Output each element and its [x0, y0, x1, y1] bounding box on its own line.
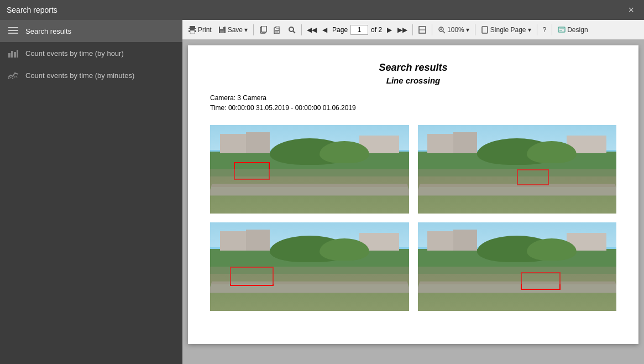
separator-1 — [253, 24, 254, 35]
report-image-3 — [210, 222, 409, 311]
trees-6 — [320, 238, 369, 261]
sidebar: Search results Count events by time (by … — [0, 20, 182, 364]
report-subtitle: Line crossing — [210, 76, 616, 85]
svg-rect-6 — [17, 50, 18, 58]
paste-icon — [274, 26, 281, 34]
report-title: Search results — [210, 62, 616, 74]
sidebar-item-label: Search results — [25, 27, 71, 35]
svg-rect-11 — [195, 29, 196, 30]
building-8 — [246, 230, 270, 251]
copy-page-button[interactable] — [256, 25, 270, 35]
svg-point-22 — [289, 27, 294, 32]
design-button[interactable]: Design — [555, 25, 590, 35]
separator-2 — [301, 24, 302, 35]
svg-rect-20 — [275, 30, 279, 31]
sidebar-item-label: Count events by time (by minutes) — [25, 71, 134, 80]
bar-chart-icon — [8, 48, 19, 59]
svg-rect-4 — [11, 51, 13, 58]
sidebar-item-count-by-minutes[interactable]: Count events by time (by minutes) — [0, 64, 182, 86]
trees-2 — [320, 141, 369, 163]
building-2 — [246, 132, 270, 153]
report-images — [210, 125, 616, 311]
viewmode-dropdown-arrow: ▾ — [528, 26, 531, 34]
save-dropdown-arrow: ▾ — [244, 26, 248, 34]
camera-label: Camera: 3 Camera — [210, 94, 616, 102]
main-layout: Search results Count events by time (by … — [0, 20, 644, 364]
svg-rect-9 — [190, 30, 195, 34]
svg-line-23 — [293, 31, 295, 33]
svg-rect-5 — [14, 52, 16, 58]
svg-rect-30 — [482, 27, 488, 33]
camera-snapshot-4 — [418, 222, 617, 311]
sidebar-item-count-by-hour[interactable]: Count events by time (by hour) — [0, 42, 182, 64]
report-page: Search results Line crossing Camera: 3 C… — [188, 45, 638, 344]
svg-rect-17 — [261, 26, 266, 32]
svg-rect-7 — [190, 26, 195, 28]
time-label: Time: 00:00:00 31.05.2019 - 00:00:00 01.… — [210, 104, 616, 112]
detection-box-4 — [521, 272, 561, 290]
separator-7 — [552, 24, 552, 35]
road-1 — [210, 184, 409, 195]
report-image-1 — [210, 125, 409, 214]
search-icon — [288, 26, 296, 34]
save-button[interactable]: Save ▾ — [216, 25, 250, 35]
road-3 — [210, 281, 409, 293]
page-mode-button[interactable]: Single Page ▾ — [478, 25, 534, 35]
svg-rect-14 — [220, 30, 224, 33]
last-page-button[interactable]: ▶▶ — [395, 25, 410, 35]
road-4 — [418, 281, 617, 293]
svg-rect-21 — [275, 32, 278, 33]
separator-6 — [537, 24, 537, 35]
page-label: Page — [331, 26, 349, 34]
sidebar-item-label: Count events by time (by hour) — [25, 49, 124, 58]
svg-rect-2 — [8, 33, 18, 34]
view-mode-icon — [418, 26, 426, 34]
title-bar: Search reports × — [0, 0, 644, 20]
svg-rect-31 — [558, 27, 565, 32]
svg-rect-0 — [8, 27, 18, 28]
close-button[interactable]: × — [625, 3, 637, 17]
separator-4 — [432, 24, 432, 35]
view-mode-button[interactable] — [416, 25, 429, 35]
svg-line-27 — [443, 31, 445, 33]
window-title: Search reports — [7, 6, 57, 14]
save-icon — [218, 26, 226, 34]
zoom-dropdown-arrow: ▾ — [466, 26, 469, 34]
total-pages: of 2 — [369, 26, 384, 34]
separator-3 — [412, 24, 413, 35]
first-page-button[interactable]: ◀◀ — [305, 25, 319, 35]
prev-page-button[interactable]: ◀ — [320, 25, 329, 35]
svg-rect-19 — [276, 26, 279, 28]
list-icon — [8, 25, 19, 37]
zoom-icon — [438, 26, 446, 34]
print-button[interactable]: Print — [186, 25, 214, 35]
building-11 — [453, 230, 477, 251]
camera-snapshot-3 — [210, 222, 409, 311]
page-input[interactable]: 1 — [350, 25, 368, 35]
svg-rect-10 — [189, 29, 190, 30]
paste-button[interactable] — [271, 25, 284, 35]
detection-box-3 — [230, 267, 274, 286]
svg-rect-3 — [8, 53, 11, 58]
zoom-button[interactable]: 100% ▾ — [435, 25, 472, 35]
detection-box-2 — [517, 169, 549, 185]
toolbar: Print Save ▾ — [182, 20, 644, 40]
svg-rect-1 — [8, 30, 18, 31]
report-viewer[interactable]: Search results Line crossing Camera: 3 C… — [182, 40, 644, 364]
help-button[interactable]: ? — [540, 25, 549, 35]
camera-snapshot-2 — [418, 125, 617, 214]
content-area: Print Save ▾ — [182, 20, 644, 364]
svg-rect-15 — [223, 27, 224, 29]
camera-snapshot-1 — [210, 125, 409, 214]
road-2 — [418, 184, 617, 195]
design-icon — [558, 26, 566, 34]
copy-page-icon — [259, 26, 267, 34]
separator-5 — [475, 24, 475, 35]
next-page-button[interactable]: ▶ — [385, 25, 394, 35]
page-icon — [481, 26, 489, 34]
sidebar-item-search-results[interactable]: Search results — [0, 20, 182, 42]
print-icon — [189, 26, 196, 34]
report-image-2 — [418, 125, 617, 214]
line-chart-icon — [8, 70, 19, 81]
search-button[interactable] — [285, 25, 299, 35]
